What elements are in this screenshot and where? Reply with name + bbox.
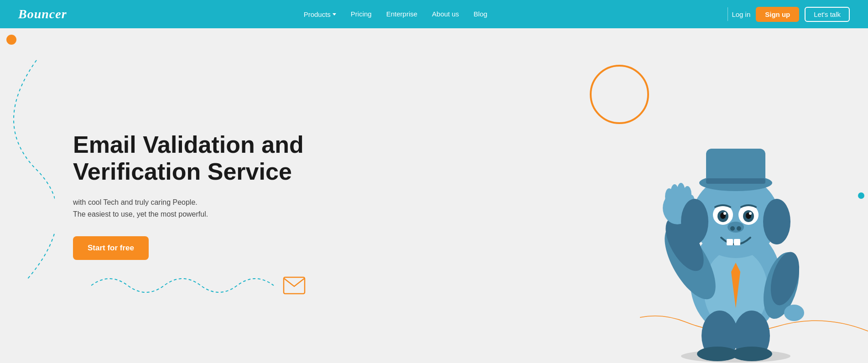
hero-subtitle: with cool Tech and truly caring People. … xyxy=(73,197,304,220)
nav-item-products[interactable]: Products xyxy=(304,10,336,18)
wavy-dashed-decoration xyxy=(91,267,283,304)
hero-title: Email Validation and Verification Servic… xyxy=(73,131,304,186)
svg-point-22 xyxy=(763,199,790,244)
nav-link-enterprise[interactable]: Enterprise xyxy=(386,10,417,18)
nav-links: Products Pricing Enterprise About us Blo… xyxy=(304,10,488,18)
svg-point-34 xyxy=(728,222,744,233)
svg-rect-0 xyxy=(284,277,305,294)
navbar: Bouncer Products Pricing Enterprise Abou… xyxy=(0,0,868,28)
svg-point-36 xyxy=(737,226,741,231)
teal-dot-decoration xyxy=(858,192,864,199)
svg-rect-37 xyxy=(727,239,733,245)
svg-point-15 xyxy=(784,305,804,321)
logo[interactable]: Bouncer xyxy=(18,7,67,21)
svg-point-33 xyxy=(749,212,752,215)
start-for-free-button[interactable]: Start for free xyxy=(73,236,149,260)
nav-actions: Log in Sign up Let's talk xyxy=(732,7,850,22)
nav-link-products[interactable]: Products xyxy=(304,10,336,18)
letstalk-button[interactable]: Let's talk xyxy=(805,7,850,22)
nav-item-pricing[interactable]: Pricing xyxy=(351,10,372,18)
nav-link-pricing[interactable]: Pricing xyxy=(351,10,372,18)
login-button[interactable]: Log in xyxy=(732,10,750,18)
svg-rect-38 xyxy=(734,239,740,245)
svg-point-35 xyxy=(730,226,735,231)
monster-svg xyxy=(649,112,822,363)
svg-rect-25 xyxy=(706,178,765,184)
svg-point-21 xyxy=(681,199,708,244)
nav-divider xyxy=(728,7,728,21)
orange-dot-decoration xyxy=(6,35,16,45)
nav-item-aboutus[interactable]: About us xyxy=(432,10,459,18)
svg-point-19 xyxy=(731,347,772,361)
mascot-character xyxy=(640,99,832,363)
email-icon-decoration xyxy=(283,276,306,295)
signup-button[interactable]: Sign up xyxy=(756,7,799,22)
nav-item-blog[interactable]: Blog xyxy=(473,10,487,18)
nav-link-blog[interactable]: Blog xyxy=(473,10,487,18)
chevron-down-icon xyxy=(333,13,336,16)
nav-link-aboutus[interactable]: About us xyxy=(432,10,459,18)
hero-content: Email Validation and Verification Servic… xyxy=(0,95,304,297)
svg-point-32 xyxy=(723,212,726,215)
nav-item-enterprise[interactable]: Enterprise xyxy=(386,10,417,18)
hero-section: Email Validation and Verification Servic… xyxy=(0,28,868,363)
